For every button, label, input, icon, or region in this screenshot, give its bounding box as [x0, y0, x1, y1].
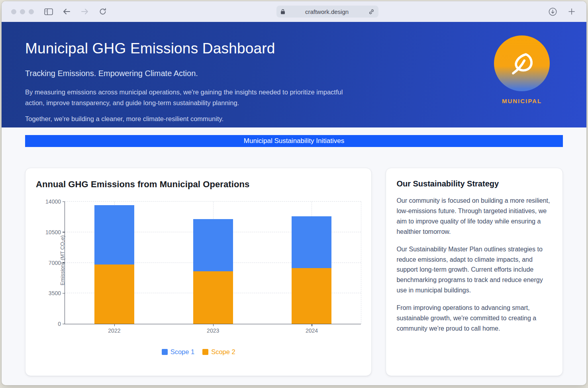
reload-button[interactable]	[98, 6, 108, 17]
new-tab-icon	[568, 8, 575, 15]
leaf-icon	[506, 48, 537, 79]
browser-toolbar: craftwork.design	[2, 1, 586, 22]
legend-swatch	[202, 349, 208, 355]
legend-label: Scope 1	[171, 348, 195, 356]
legend-item-scope-2: Scope 2	[202, 348, 235, 356]
gridline-v	[361, 202, 361, 324]
zoom-window-button[interactable]	[29, 9, 34, 14]
minimize-window-button[interactable]	[20, 9, 25, 14]
sidebar-icon	[44, 8, 53, 15]
x-tick-label: 2023	[207, 327, 219, 334]
content-cards: Annual GHG Emissions from Municipal Oper…	[25, 168, 563, 376]
lock-icon[interactable]	[280, 9, 285, 14]
y-tick-label: 3500	[49, 290, 61, 296]
emissions-chart: Emissions (MT CO₂e) 03500700010500140002…	[36, 202, 361, 339]
hero-paragraph-1: By measuring emissions across municipal …	[25, 87, 344, 108]
address-bar[interactable]: craftwork.design	[276, 6, 378, 18]
bar-segment-scope-2	[193, 271, 233, 324]
y-tick-label: 10500	[45, 229, 61, 235]
section-banner: Municipal Sustainability Initiatives	[25, 135, 563, 147]
new-tab-button[interactable]	[566, 6, 577, 17]
download-icon	[549, 8, 557, 16]
bar-segment-scope-1	[193, 219, 233, 272]
hero-paragraph-2: Together, we're building a cleaner, more…	[25, 114, 344, 124]
strategy-paragraph-1: Our community is focused on building a m…	[396, 196, 552, 237]
logo-circle	[494, 35, 550, 91]
x-axis-tick	[213, 324, 214, 326]
hero-section: Municipal GHG Emissions Dashboard Tracki…	[2, 22, 586, 127]
strategy-paragraph-2: Our Sustainability Master Plan outlines …	[396, 244, 552, 296]
browser-window: craftwork.design	[2, 1, 586, 385]
y-tick-label: 7000	[49, 260, 61, 266]
sidebar-toggle-button[interactable]	[43, 7, 55, 17]
logo-label: MUNICIPAL	[502, 98, 542, 104]
address-text: craftwork.design	[285, 8, 368, 15]
bar-segment-scope-1	[94, 205, 134, 265]
chart-legend: Scope 1Scope 2	[36, 348, 361, 356]
page-title: Municipal GHG Emissions Dashboard	[25, 40, 482, 57]
y-axis-tick	[63, 293, 65, 294]
bar-segment-scope-2	[94, 265, 134, 324]
y-tick-label: 0	[58, 321, 61, 327]
x-axis-tick	[114, 324, 115, 326]
banner-label: Municipal Sustainability Initiatives	[244, 137, 344, 145]
back-icon	[63, 8, 71, 15]
link-icon[interactable]	[368, 9, 374, 15]
bar-segment-scope-1	[292, 216, 331, 268]
y-axis-tick	[63, 323, 65, 324]
strategy-paragraph-3: From improving operations to advancing s…	[396, 303, 552, 334]
y-axis-tick	[63, 263, 65, 263]
close-window-button[interactable]	[11, 9, 16, 14]
page-subtitle: Tracking Emissions. Empowering Climate A…	[25, 69, 482, 78]
reload-icon	[99, 8, 106, 15]
chart-title: Annual GHG Emissions from Municipal Oper…	[36, 179, 361, 190]
back-button[interactable]	[61, 7, 72, 16]
legend-swatch	[162, 349, 168, 355]
y-tick-label: 14000	[45, 198, 61, 205]
x-tick-label: 2022	[108, 327, 120, 334]
x-axis-tick	[312, 324, 312, 326]
downloads-button[interactable]	[547, 6, 559, 18]
forward-icon	[81, 8, 89, 15]
municipal-logo: MUNICIPAL	[482, 35, 562, 127]
emissions-chart-card: Annual GHG Emissions from Municipal Oper…	[25, 168, 372, 376]
forward-button[interactable]	[79, 7, 90, 16]
y-axis-tick	[63, 232, 65, 233]
legend-label: Scope 2	[211, 348, 235, 356]
strategy-card: Our Sustainability Strategy Our communit…	[386, 168, 563, 376]
legend-item-scope-1: Scope 1	[162, 348, 195, 356]
bar-segment-scope-2	[292, 268, 331, 324]
strategy-heading: Our Sustainability Strategy	[396, 179, 552, 188]
y-axis-tick	[63, 201, 65, 202]
chart-plot: 0350070001050014000202220232024	[65, 202, 361, 324]
window-controls	[11, 9, 34, 14]
x-tick-label: 2024	[306, 327, 318, 334]
